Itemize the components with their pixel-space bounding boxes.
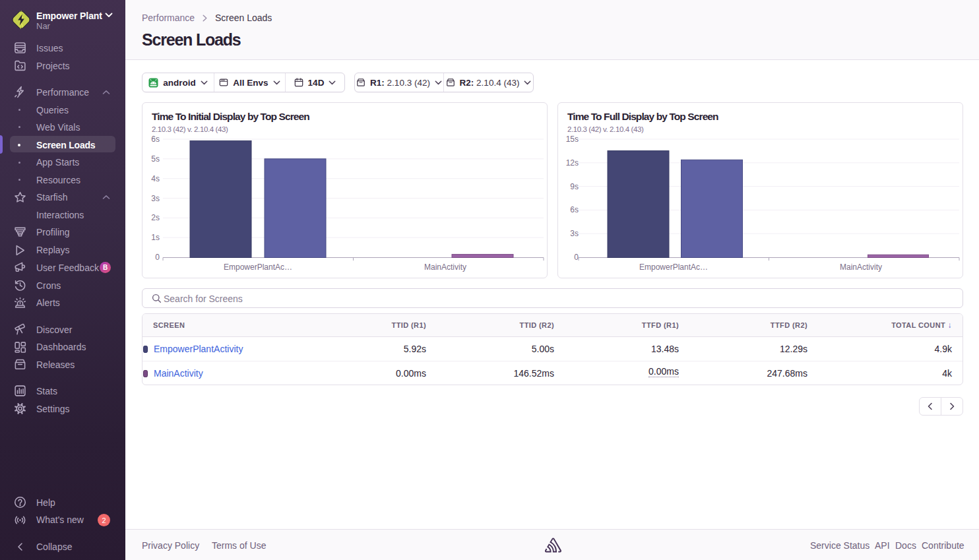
svg-text:6s: 6s <box>151 135 160 144</box>
svg-text:MainActivity: MainActivity <box>424 263 466 272</box>
svg-text:0: 0 <box>155 253 160 262</box>
svg-text:9s: 9s <box>570 182 579 191</box>
svg-text:3s: 3s <box>570 229 579 238</box>
svg-text:3s: 3s <box>151 194 160 203</box>
svg-text:5s: 5s <box>151 154 160 164</box>
svg-text:1s: 1s <box>151 233 160 242</box>
svg-text:EmpowerPlantAc…: EmpowerPlantAc… <box>224 263 292 272</box>
svg-text:EmpowerPlantAc…: EmpowerPlantAc… <box>639 263 708 272</box>
svg-text:12s: 12s <box>566 158 579 168</box>
svg-text:0: 0 <box>574 253 579 262</box>
svg-text:MainActivity: MainActivity <box>840 263 882 272</box>
svg-text:2s: 2s <box>151 213 160 222</box>
svg-text:15s: 15s <box>566 135 579 144</box>
svg-text:6s: 6s <box>570 205 579 214</box>
svg-text:4s: 4s <box>151 174 160 183</box>
